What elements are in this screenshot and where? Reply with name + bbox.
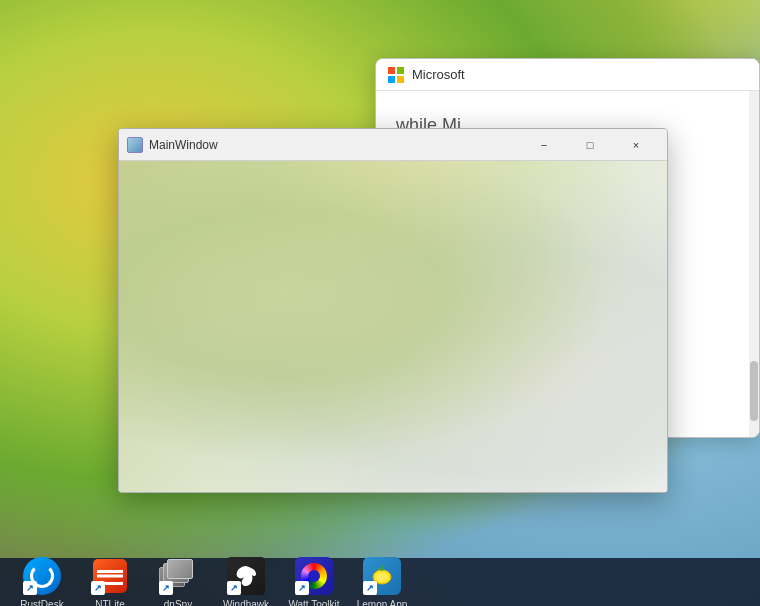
watt-label: Watt Toolkit: [288, 599, 339, 607]
taskbar-item-rustdesk[interactable]: RustDesk: [8, 551, 76, 607]
windhawk-label: Windhawk: [223, 599, 269, 607]
dnspy-label: dnSpy: [164, 599, 192, 607]
main-window-content: [119, 161, 667, 492]
taskbar-item-lemon[interactable]: Lemon App: [348, 551, 416, 607]
maximize-button[interactable]: □: [567, 129, 613, 161]
microsoft-scrollbar[interactable]: [749, 91, 759, 438]
dnspy-arrow-icon: [159, 581, 173, 595]
main-window: MainWindow − □ ×: [118, 128, 668, 493]
svg-point-1: [376, 572, 388, 581]
close-button[interactable]: ×: [613, 129, 659, 161]
microsoft-logo-icon: [388, 67, 404, 83]
lemon-arrow-icon: [363, 581, 377, 595]
main-window-title: MainWindow: [149, 138, 521, 152]
main-window-titlebar[interactable]: MainWindow − □ ×: [119, 129, 667, 161]
microsoft-scrollbar-thumb[interactable]: [750, 361, 758, 421]
rustdesk-arrow-icon: [23, 581, 37, 595]
watt-arrow-icon: [295, 581, 309, 595]
taskbar-item-ntlite[interactable]: NTLite: [76, 551, 144, 607]
taskbar-item-dnspy[interactable]: dnSpy: [144, 551, 212, 607]
taskbar-item-watt[interactable]: Watt Toolkit: [280, 551, 348, 607]
window-controls: − □ ×: [521, 129, 659, 161]
ntlite-arrow-icon: [91, 581, 105, 595]
rustdesk-label: RustDesk: [20, 599, 63, 607]
taskbar: RustDesk NTLite: [0, 558, 760, 606]
microsoft-titlebar: Microsoft: [376, 59, 759, 91]
microsoft-window-title: Microsoft: [412, 67, 465, 82]
windhawk-arrow-icon: [227, 581, 241, 595]
ntlite-label: NTLite: [95, 599, 124, 607]
main-window-app-icon: [127, 137, 143, 153]
taskbar-item-windhawk[interactable]: Windhawk: [212, 551, 280, 607]
lemon-label: Lemon App: [357, 599, 408, 607]
minimize-button[interactable]: −: [521, 129, 567, 161]
